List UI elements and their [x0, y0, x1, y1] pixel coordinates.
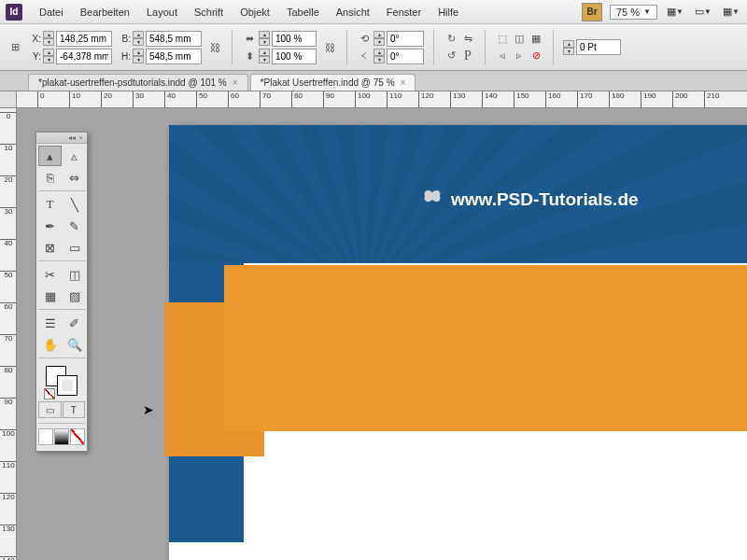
rotate-cw-icon[interactable]: ↻	[444, 32, 458, 47]
y-down[interactable]: ▾	[43, 56, 54, 63]
bridge-button[interactable]: Br	[582, 3, 602, 21]
h-down[interactable]: ▾	[133, 56, 144, 63]
apply-gradient-icon[interactable]	[54, 428, 69, 445]
menu-objekt[interactable]: Objekt	[233, 4, 277, 21]
shear-icon: ⧼	[357, 49, 372, 63]
rectangle-tool[interactable]: ▭	[63, 237, 86, 258]
collapse-icon[interactable]: ◂◂	[68, 133, 76, 142]
h-input[interactable]	[146, 49, 202, 64]
h-up[interactable]: ▴	[133, 49, 144, 56]
select-container-icon[interactable]: ⬚	[495, 32, 510, 47]
x-input[interactable]	[56, 31, 112, 47]
view-options-button[interactable]: ▦▼	[665, 3, 685, 21]
tab-1-close[interactable]: ×	[233, 77, 238, 88]
tab-document-2[interactable]: *Plakat Usertreffen.indd @ 75 % ×	[250, 74, 416, 91]
apply-none-icon[interactable]	[70, 428, 85, 445]
stroke-weight-input[interactable]	[576, 39, 621, 55]
control-panel: ⊞ X: ▴▾ Y: ▴▾ B: ▴▾ H: ▴▾ ⛓ ⬌ ▴▾	[0, 24, 747, 71]
zoom-level-select[interactable]: 75 % ▼	[610, 5, 657, 20]
tab-2-close[interactable]: ×	[401, 77, 406, 88]
selection-tool[interactable]: ▴	[38, 146, 62, 166]
scale-x-input[interactable]	[272, 31, 317, 47]
w-down[interactable]: ▾	[133, 38, 144, 46]
tab-document-1[interactable]: *plakat-usertreffen-psdtutorials.indd @ …	[28, 74, 248, 91]
tools-panel: ◂◂× ▴ ▵ ⎘ ⇔ T ╲ ✒ ✎ ⊠ ▭ ✂ ◫ ▦ ▨ ☰ ✐	[35, 132, 88, 452]
rotate-icon: ⟲	[357, 31, 372, 46]
menu-layout[interactable]: Layout	[139, 4, 185, 21]
line-tool[interactable]: ╲	[63, 194, 86, 215]
formatting-container-icon[interactable]: ▭	[38, 401, 62, 418]
direct-selection-tool[interactable]: ▵	[63, 146, 86, 166]
paragraph-icon[interactable]: P	[460, 49, 475, 63]
apply-color-icon[interactable]	[38, 428, 53, 445]
menu-fenster[interactable]: Fenster	[379, 4, 429, 21]
gradient-swatch-tool[interactable]: ▦	[38, 286, 62, 306]
rotate-input[interactable]	[387, 31, 424, 47]
w-up[interactable]: ▴	[133, 31, 144, 38]
canvas[interactable]: www.PSD-Tutorials.de ◂◂× ▴ ▵ ⎘ ⇔ T ╲ ✒ ✎…	[17, 108, 747, 560]
select-next-icon[interactable]: ▹	[512, 49, 527, 63]
y-label: Y:	[28, 51, 41, 62]
mouse-cursor-icon: ➤	[143, 402, 154, 417]
eyedropper-tool[interactable]: ✐	[63, 313, 86, 333]
x-down[interactable]: ▾	[43, 38, 54, 46]
scale-x-icon: ⬌	[242, 31, 257, 46]
pen-tool[interactable]: ✒	[38, 216, 62, 236]
constrain-scale-icon[interactable]: ⛓	[322, 40, 337, 55]
menu-ansicht[interactable]: Ansicht	[329, 4, 377, 21]
gradient-feather-tool[interactable]: ▨	[63, 286, 86, 306]
hand-tool[interactable]: ✋	[38, 334, 62, 355]
w-input[interactable]	[146, 31, 202, 47]
formatting-text-icon[interactable]: T	[63, 401, 86, 418]
tools-panel-header[interactable]: ◂◂×	[36, 133, 87, 144]
none-slash-icon[interactable]: ⊘	[529, 49, 543, 63]
ruler-origin[interactable]	[0, 91, 17, 108]
shear-input[interactable]	[387, 49, 424, 64]
scale-y-icon: ⬍	[242, 49, 257, 63]
page-header-blue: www.PSD-Tutorials.de	[169, 125, 747, 263]
scissors-tool[interactable]: ✂	[38, 264, 62, 285]
gap-tool[interactable]: ⇔	[63, 167, 86, 188]
zoom-value: 75 %	[616, 7, 640, 18]
y-input[interactable]	[56, 49, 112, 64]
pencil-tool[interactable]: ✎	[63, 216, 86, 236]
menu-hilfe[interactable]: Hilfe	[430, 4, 466, 21]
zoom-tool[interactable]: 🔍	[63, 334, 86, 355]
note-tool[interactable]: ☰	[38, 313, 62, 333]
fit-content-icon[interactable]: ▦	[529, 32, 543, 47]
menu-tabelle[interactable]: Tabelle	[279, 4, 327, 21]
workspace: 5001020304050607080901001101201301401501…	[0, 91, 747, 560]
select-content-icon[interactable]: ◫	[512, 32, 527, 47]
menu-bearbeiten[interactable]: Bearbeiten	[73, 4, 137, 21]
h-label: H:	[118, 51, 131, 62]
free-transform-tool[interactable]: ◫	[63, 264, 86, 285]
close-panel-icon[interactable]: ×	[78, 133, 83, 142]
rotate-ccw-icon[interactable]: ↺	[444, 49, 458, 63]
y-up[interactable]: ▴	[43, 49, 54, 56]
rectangle-frame-tool[interactable]: ⊠	[38, 237, 62, 258]
screen-mode-button[interactable]: ▭▼	[693, 3, 713, 21]
orange-block-front[interactable]	[224, 265, 747, 431]
vertical-ruler[interactable]: 0102030405060708090100110120130140	[0, 108, 17, 560]
default-fill-stroke-icon[interactable]	[44, 388, 55, 399]
menu-datei[interactable]: Datei	[32, 4, 71, 21]
scale-y-input[interactable]	[272, 49, 317, 64]
type-tool[interactable]: T	[38, 194, 62, 215]
x-up[interactable]: ▴	[43, 31, 54, 38]
menu-bar: Id Datei Bearbeiten Layout Schrift Objek…	[0, 0, 747, 24]
stroke-swatch[interactable]	[57, 375, 78, 396]
document-tabs: *plakat-usertreffen-psdtutorials.indd @ …	[0, 71, 747, 91]
app-icon: Id	[6, 4, 22, 21]
butterfly-icon	[421, 189, 444, 211]
menu-schrift[interactable]: Schrift	[187, 4, 231, 21]
flip-h-icon[interactable]: ⇋	[460, 32, 475, 47]
constrain-icon[interactable]: ⛓	[207, 40, 222, 55]
page-tool[interactable]: ⎘	[38, 167, 62, 188]
select-prev-icon[interactable]: ◃	[495, 49, 510, 63]
reference-point-icon[interactable]: ⊞	[7, 40, 22, 55]
fill-stroke-swatch[interactable]	[36, 362, 87, 399]
x-label: X:	[28, 34, 41, 44]
horizontal-ruler[interactable]: 5001020304050607080901001101201301401501…	[17, 91, 747, 108]
tab-2-title: *Plakat Usertreffen.indd @ 75 %	[261, 77, 395, 88]
arrange-button[interactable]: ▦▼	[721, 3, 741, 21]
